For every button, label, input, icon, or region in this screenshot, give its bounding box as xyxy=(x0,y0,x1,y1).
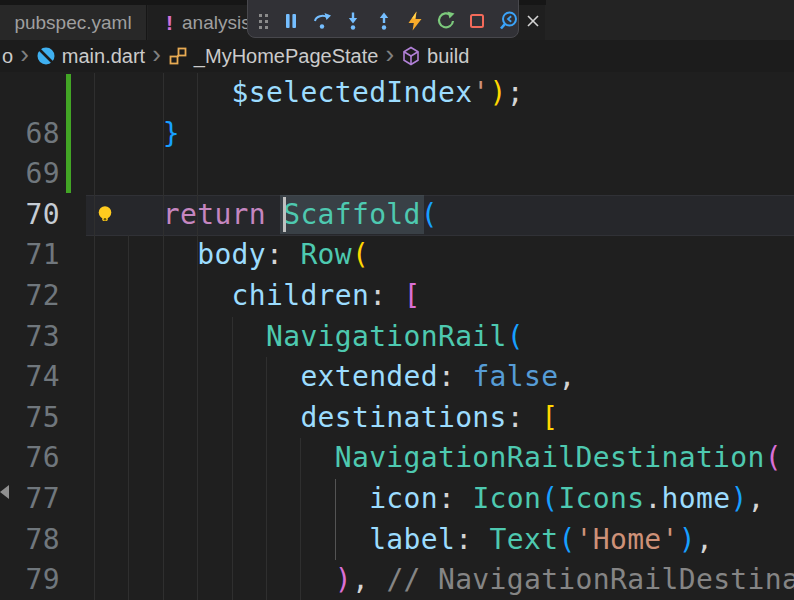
line-number: 78 xyxy=(0,520,60,561)
overlay-arrow-icon xyxy=(0,485,9,499)
lightning-bolt-icon xyxy=(404,10,426,32)
pause-icon xyxy=(280,10,302,32)
line-number: 71 xyxy=(0,235,60,276)
tab-label: pubspec.yaml xyxy=(14,12,131,34)
symbol-class-icon xyxy=(168,46,188,66)
tab-label: analysis xyxy=(182,12,251,34)
code-line[interactable]: 69 xyxy=(0,154,794,195)
code-line[interactable]: 70 return Scaffold( xyxy=(0,195,794,236)
code-text: $selectedIndex'); xyxy=(94,73,524,114)
code-line[interactable]: 77 icon: Icon(Icons.home), xyxy=(0,479,794,520)
code-text: icon: Icon(Icons.home), xyxy=(94,479,765,520)
stop-button[interactable] xyxy=(466,10,488,32)
line-number: 70 xyxy=(0,195,60,236)
step-over-icon xyxy=(311,10,333,32)
stop-icon xyxy=(466,10,488,32)
line-number: 79 xyxy=(0,560,60,600)
lightbulb-icon[interactable] xyxy=(94,200,116,233)
hot-reload-button[interactable] xyxy=(404,10,426,32)
code-text: return Scaffold( xyxy=(94,195,438,236)
code-text: children: [ xyxy=(94,276,421,317)
code-line[interactable]: 72 children: [ xyxy=(0,276,794,317)
chevron-right-icon: › xyxy=(385,44,394,64)
debug-toolbar xyxy=(247,0,519,38)
code-line[interactable]: 68 } xyxy=(0,114,794,155)
code-text: destinations: [ xyxy=(94,398,558,439)
tab-close-button[interactable] xyxy=(521,9,545,33)
code-line[interactable]: 78 label: Text('Home'), xyxy=(0,520,794,561)
pause-button[interactable] xyxy=(280,10,302,32)
code-text: NavigationRail( xyxy=(94,317,524,358)
dart-file-icon xyxy=(36,46,56,66)
line-number: 77 xyxy=(0,479,60,520)
chevron-right-icon: › xyxy=(20,44,29,64)
breadcrumb-folder[interactable]: o xyxy=(2,45,13,68)
line-number: 75 xyxy=(0,398,60,439)
code-text: extended: false, xyxy=(94,357,576,398)
chevron-right-icon: › xyxy=(152,44,161,64)
code-line[interactable]: 73 NavigationRail( xyxy=(0,317,794,358)
line-number: 69 xyxy=(0,154,60,195)
line-number: 68 xyxy=(0,114,60,155)
code-line[interactable]: 79 ), // NavigationRailDestina xyxy=(0,560,794,600)
restart-icon xyxy=(435,10,457,32)
widget-inspector-button[interactable] xyxy=(497,10,519,32)
tab-pubspec-yaml[interactable]: pubspec.yaml xyxy=(0,5,147,40)
code-line[interactable]: 71 body: Row( xyxy=(0,235,794,276)
breadcrumb-file-main-dart[interactable]: main.dart xyxy=(36,45,145,68)
yaml-warning-icon: ! xyxy=(166,11,173,35)
code-text: } xyxy=(94,114,180,155)
line-number: 73 xyxy=(0,317,60,358)
code-text: body: Row( xyxy=(94,235,369,276)
breadcrumb-symbol-method[interactable]: build xyxy=(401,45,469,68)
code-text: NavigationRailDestination( xyxy=(94,438,782,479)
breadcrumb-method-label: build xyxy=(427,45,469,68)
code-line[interactable]: 74 extended: false, xyxy=(0,357,794,398)
line-number: 72 xyxy=(0,276,60,317)
code-text: ), // NavigationRailDestina xyxy=(94,560,794,600)
step-into-icon xyxy=(342,10,364,32)
step-into-button[interactable] xyxy=(342,10,364,32)
breadcrumb: o › main.dart › _MyHomePageState › build xyxy=(0,40,794,72)
line-number: 76 xyxy=(0,438,60,479)
code-line[interactable]: $selectedIndex'); xyxy=(0,73,794,114)
code-line[interactable]: 76 NavigationRailDestination( xyxy=(0,438,794,479)
code-text: label: Text('Home'), xyxy=(94,520,713,561)
breadcrumb-class-label: _MyHomePageState xyxy=(194,45,379,68)
toolbar-drag-handle[interactable] xyxy=(256,10,271,32)
restart-button[interactable] xyxy=(435,10,457,32)
close-icon xyxy=(522,10,544,32)
gripper-icon xyxy=(256,10,271,32)
line-number: 74 xyxy=(0,357,60,398)
magnifier-inspect-icon xyxy=(497,10,519,32)
code-lines: $selectedIndex');68 }6970 return Scaffol… xyxy=(0,73,794,600)
step-out-button[interactable] xyxy=(373,10,395,32)
text-cursor xyxy=(283,197,286,232)
symbol-method-icon xyxy=(401,46,421,66)
line-number xyxy=(0,73,60,114)
breadcrumb-file-label: main.dart xyxy=(62,45,145,68)
breadcrumb-symbol-class[interactable]: _MyHomePageState xyxy=(168,45,379,68)
code-editor[interactable]: $selectedIndex');68 }6970 return Scaffol… xyxy=(0,72,794,600)
step-out-icon xyxy=(373,10,395,32)
breadcrumb-folder-label: o xyxy=(2,45,13,68)
code-line[interactable]: 75 destinations: [ xyxy=(0,398,794,439)
step-over-button[interactable] xyxy=(311,10,333,32)
